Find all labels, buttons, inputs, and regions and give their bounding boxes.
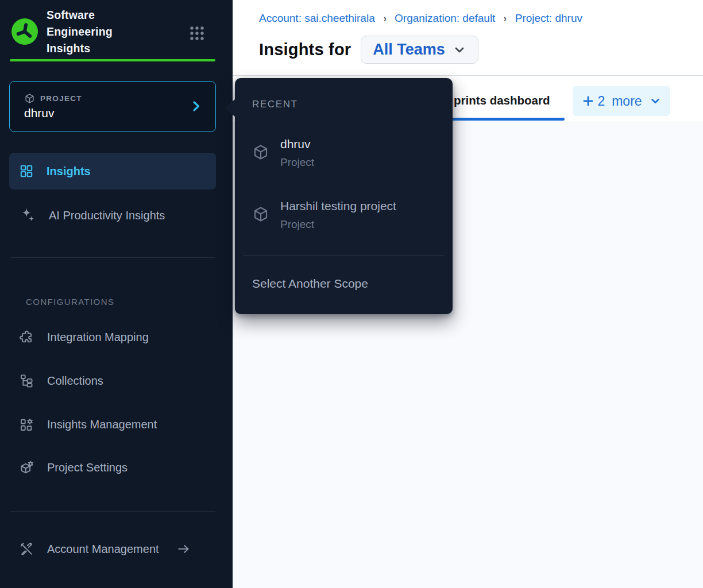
sidebar-item-collections[interactable]: Collections — [9, 365, 216, 396]
breadcrumb: Account: sai.cheethirala › Organization:… — [259, 12, 582, 25]
cube-icon — [24, 93, 35, 104]
project-scope-selector[interactable]: PROJECT dhruv — [9, 81, 216, 132]
puzzle-icon — [19, 330, 34, 345]
recent-item-dhruv[interactable]: dhruv Project — [252, 137, 314, 169]
app-logo-icon — [11, 18, 38, 45]
plus-icon — [581, 94, 595, 108]
sidebar-item-label: Integration Mapping — [47, 331, 149, 344]
recent-item-harshil-testing-project[interactable]: Harshil testing project Project — [252, 199, 396, 231]
dashboard-icon — [19, 164, 34, 179]
breadcrumb-separator-icon: › — [383, 12, 386, 25]
chevron-down-icon — [453, 43, 466, 57]
panel-pointer-arrow — [225, 99, 235, 117]
cube-icon — [252, 206, 269, 223]
breadcrumb-project[interactable]: Project: dhruv — [515, 12, 582, 25]
sidebar-item-label: Insights — [47, 165, 91, 178]
sidebar-item-insights-management[interactable]: Insights Management — [9, 409, 216, 440]
arrow-right-icon — [176, 541, 191, 556]
active-tab-indicator — [442, 118, 565, 121]
project-type-label: PROJECT — [40, 94, 82, 103]
page-header: Account: sai.cheethirala › Organization:… — [233, 0, 703, 76]
sidebar-divider — [10, 257, 215, 258]
sidebar-divider — [10, 511, 215, 512]
sidebar: Software Engineering Insights PROJECT dh… — [0, 0, 233, 588]
configurations-section-label: CONFIGURATIONS — [26, 297, 114, 307]
sidebar-item-label: Collections — [47, 374, 103, 388]
more-tabs-dropdown[interactable]: 2 more — [573, 86, 670, 116]
sparkles-icon — [19, 207, 36, 224]
tools-icon — [19, 541, 34, 557]
team-selector-value: All Teams — [373, 41, 445, 59]
app-launcher-grid-icon[interactable] — [189, 25, 205, 41]
more-tabs-count: 2 — [597, 94, 605, 109]
cube-icon — [252, 144, 269, 161]
project-name: dhruv — [24, 106, 55, 120]
sidebar-item-account-management[interactable]: Account Management — [9, 533, 216, 564]
breadcrumb-separator-icon: › — [504, 12, 507, 25]
sidebar-item-ai-productivity-insights[interactable]: AI Productivity Insights — [9, 200, 216, 231]
chevron-right-icon — [189, 99, 203, 113]
hierarchy-icon — [19, 373, 34, 389]
breadcrumb-account[interactable]: Account: sai.cheethirala — [259, 12, 375, 25]
brand-divider — [10, 59, 215, 61]
page-title: Insights for — [259, 40, 351, 59]
tab-sprints-dashboard[interactable]: prints dashboard — [454, 94, 550, 107]
more-tabs-label: more — [612, 94, 642, 109]
breadcrumb-organization[interactable]: Organization: default — [395, 12, 495, 25]
recent-item-name: Harshil testing project — [280, 199, 396, 214]
recent-item-type: Project — [280, 218, 396, 231]
panel-divider — [243, 255, 444, 256]
sidebar-item-insights[interactable]: Insights — [9, 153, 216, 189]
sidebar-item-label: Project Settings — [47, 461, 128, 474]
sidebar-item-label: AI Productivity Insights — [49, 209, 165, 222]
box-gear-icon — [19, 460, 34, 475]
sidebar-item-project-settings[interactable]: Project Settings — [9, 452, 216, 483]
recent-item-name: dhruv — [280, 137, 314, 152]
select-another-scope-button[interactable]: Select Another Scope — [252, 277, 368, 291]
sidebar-item-label: Insights Management — [47, 418, 157, 431]
team-selector-dropdown[interactable]: All Teams — [361, 36, 478, 64]
scope-dropdown-panel: RECENT dhruv Project Harshil testing pro… — [235, 78, 453, 314]
dashboard-gear-icon — [19, 417, 34, 432]
recent-item-type: Project — [280, 156, 314, 169]
recent-section-label: RECENT — [252, 99, 298, 110]
app-title: Software Engineering Insights — [47, 7, 147, 57]
chevron-down-icon — [649, 95, 662, 107]
sidebar-item-label: Account Management — [47, 543, 159, 556]
sidebar-item-integration-mapping[interactable]: Integration Mapping — [9, 322, 216, 353]
